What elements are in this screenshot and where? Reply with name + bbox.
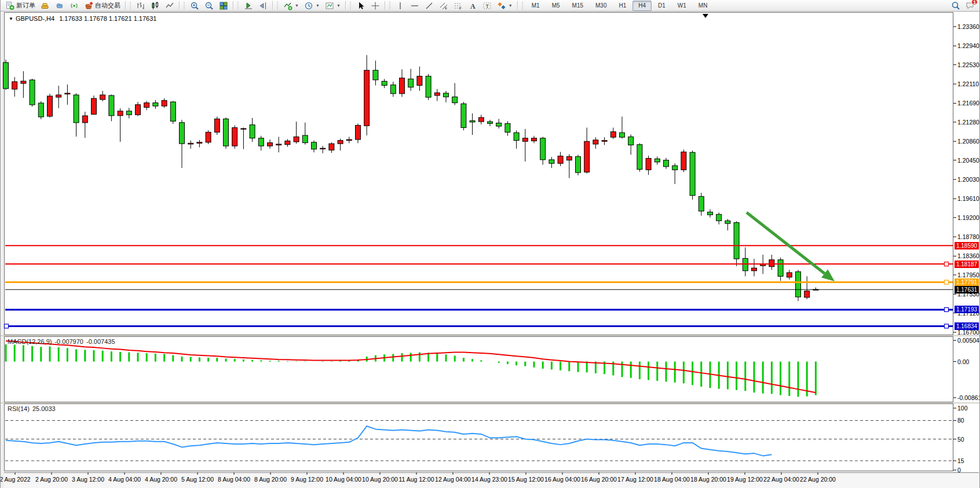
vertical-line-button[interactable] xyxy=(393,1,407,11)
time-label: 22 Aug 20:00 xyxy=(800,476,836,483)
tf-m30-button[interactable]: M30 xyxy=(590,1,612,11)
cross-icon xyxy=(371,1,380,10)
crosshair-button[interactable] xyxy=(368,1,382,11)
price-tag-1.17193: 1.17193 xyxy=(955,306,979,313)
timeframe-label: W1 xyxy=(674,1,690,10)
time-label: 12 Aug 04:00 xyxy=(435,476,471,483)
toolbar-separator xyxy=(179,1,180,10)
text-label-button[interactable]: T xyxy=(480,1,494,11)
periods-button[interactable]: ▼ xyxy=(302,1,322,11)
fibonacci-button[interactable]: F xyxy=(451,1,465,11)
symbol-expand-icon[interactable]: ▼ xyxy=(9,16,13,21)
time-label: 8 Aug 20:00 xyxy=(254,476,287,483)
time-label: 22 Aug 04:00 xyxy=(763,476,799,483)
chart-symbol: GBPUSD-,H4 xyxy=(16,15,54,22)
toolbar-grip[interactable] xyxy=(276,2,279,10)
indicator-icon xyxy=(283,1,292,10)
clock-icon xyxy=(304,1,313,10)
tile-windows-button[interactable] xyxy=(217,1,231,11)
macd-label: MACD(12,26,9)-0.007970-0.007435 xyxy=(8,338,118,345)
tf-m15-button[interactable]: M15 xyxy=(566,1,589,11)
template-icon xyxy=(325,1,334,10)
tf-m1-button[interactable]: M1 xyxy=(526,1,546,11)
text-button[interactable]: A xyxy=(466,1,480,11)
chevron-down-icon: ▼ xyxy=(509,3,513,8)
timeframe-label: M5 xyxy=(548,1,564,10)
tf-mn-button[interactable]: MN xyxy=(693,1,714,11)
chart-shift-button[interactable] xyxy=(256,1,270,11)
toolbar-separator xyxy=(517,1,518,10)
panel-divider[interactable] xyxy=(1,402,979,403)
candlestick-chart-button[interactable] xyxy=(148,1,162,11)
price-tag-1.16834: 1.16834 xyxy=(955,322,979,330)
macd-tick-label: 0.005046 xyxy=(957,337,980,344)
chevron-down-icon: ▼ xyxy=(337,3,341,8)
autotrading-button[interactable]: 自动交易 xyxy=(82,1,123,11)
button-label: 新订单 xyxy=(16,1,35,10)
time-label: 10 Aug 04:00 xyxy=(326,476,361,483)
bars-icon xyxy=(136,1,145,10)
vline-icon xyxy=(396,1,405,10)
rsi-label: RSI(14)25.0033 xyxy=(8,405,58,412)
search-button[interactable] xyxy=(949,1,963,11)
rsi-tick-label: 80 xyxy=(957,417,964,424)
tf-h4-button[interactable]: H4 xyxy=(632,1,652,11)
timeframe-label: M15 xyxy=(569,1,587,10)
rsi-tick-label: 15 xyxy=(957,457,964,464)
macd-panel xyxy=(4,336,953,402)
time-label: 9 Aug 12:00 xyxy=(291,476,323,483)
toolbar-grip[interactable] xyxy=(129,2,132,10)
toolbar-grip[interactable] xyxy=(349,2,352,10)
toolbar-grip[interactable] xyxy=(237,2,240,10)
trendline-button[interactable] xyxy=(422,1,436,11)
autotrade-icon xyxy=(84,1,93,10)
indicators-button[interactable]: ▼ xyxy=(281,1,301,11)
panel-divider[interactable] xyxy=(1,335,979,336)
arrows-button[interactable]: ▼ xyxy=(495,1,515,11)
time-label: 17 Aug 12:00 xyxy=(617,476,653,483)
rsi-tick-label: 100 xyxy=(957,405,968,412)
tf-m5-button[interactable]: M5 xyxy=(546,1,566,11)
toolbar-separator xyxy=(272,1,273,10)
toolbar-grip[interactable] xyxy=(389,2,392,10)
zoom-in-button[interactable] xyxy=(188,1,202,11)
time-label: 18 Aug 04:00 xyxy=(654,476,690,483)
price-tick-label: 1.21690 xyxy=(957,100,979,107)
fibo-icon: F xyxy=(454,1,463,10)
toolbar-grip[interactable] xyxy=(183,2,186,10)
macd-tick-label: -0.008617 xyxy=(957,394,980,401)
price-tag-1.17791: 1.17791 xyxy=(955,278,979,286)
new-order-button[interactable]: 新订单 xyxy=(3,1,38,11)
toolbar-grip[interactable] xyxy=(521,2,524,10)
tf-w1-button[interactable]: W1 xyxy=(672,1,692,11)
market-button[interactable] xyxy=(38,1,52,11)
templates-button[interactable]: ▼ xyxy=(323,1,343,11)
chat-button[interactable]: 1 xyxy=(963,1,977,11)
toolbar: 新订单自动交易▼▼▼EFAT▼M1M5M15M30H1H4D1W1MN1 xyxy=(1,0,979,12)
bar-chart-button[interactable] xyxy=(134,1,148,11)
price-tick-label: 1.20450 xyxy=(957,157,979,164)
zoom-out-button[interactable] xyxy=(202,1,216,11)
tf-d1-button[interactable]: D1 xyxy=(652,1,671,11)
mt4-window: 新订单自动交易▼▼▼EFAT▼M1M5M15M30H1H4D1W1MN1 ▼GB… xyxy=(0,0,980,488)
time-label: 18 Aug 20:00 xyxy=(690,476,726,483)
auto-scroll-button[interactable] xyxy=(242,1,255,11)
rsi-tick-label: 0 xyxy=(957,467,961,474)
button-label: 自动交易 xyxy=(95,1,120,10)
line-chart-button[interactable] xyxy=(163,1,177,11)
channel-button[interactable]: E xyxy=(437,1,451,11)
macd-main-value: -0.007970 xyxy=(54,338,83,345)
signals-button[interactable] xyxy=(67,1,81,11)
horizontal-line-button[interactable] xyxy=(408,1,422,11)
docplus-icon xyxy=(5,1,14,10)
time-label: 15 Aug 12:00 xyxy=(508,476,544,483)
community-button[interactable] xyxy=(53,1,67,11)
price-tick-label: 1.18360 xyxy=(957,252,979,259)
tf-h1-button[interactable]: H1 xyxy=(613,1,632,11)
main-chart-panel[interactable] xyxy=(4,12,953,335)
time-label: 19 Aug 12:00 xyxy=(727,476,763,483)
linechart-icon xyxy=(165,1,174,10)
channel-icon: E xyxy=(439,1,448,10)
chart-shift-marker[interactable] xyxy=(703,14,708,18)
cursor-button[interactable] xyxy=(354,1,368,11)
